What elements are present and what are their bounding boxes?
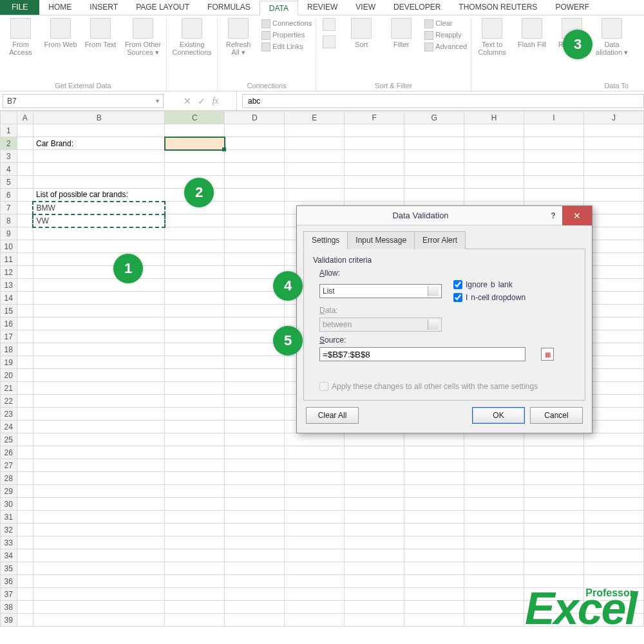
cell-J27[interactable] <box>583 459 643 472</box>
cell-A19[interactable] <box>17 356 33 369</box>
row-14[interactable]: 14 <box>1 292 17 305</box>
cell-A4[interactable] <box>17 163 33 176</box>
cell-F38[interactable] <box>345 601 404 614</box>
cell-H36[interactable] <box>464 575 524 588</box>
cell-F1[interactable] <box>345 124 404 137</box>
cell-A34[interactable] <box>17 549 33 562</box>
cell-B6[interactable]: List of possible car brands: <box>33 189 164 202</box>
cell-E26[interactable] <box>285 446 345 459</box>
name-box[interactable]: B7 <box>3 94 164 108</box>
cell-G25[interactable] <box>404 433 464 446</box>
col-J[interactable]: J <box>583 111 643 124</box>
btn-sort[interactable]: Sort <box>345 18 378 48</box>
cell-A33[interactable] <box>17 536 33 549</box>
cell-B24[interactable] <box>33 421 164 433</box>
btn-sort-az[interactable] <box>320 18 338 48</box>
cell-J33[interactable] <box>583 536 643 549</box>
cell-B26[interactable] <box>33 446 164 459</box>
btn-refresh-all[interactable]: Refresh All ▾ <box>222 18 255 56</box>
row-39[interactable]: 39 <box>1 614 17 627</box>
cell-D8[interactable] <box>225 214 285 227</box>
cell-E3[interactable] <box>285 150 345 163</box>
btn-clear-filter[interactable]: Clear <box>424 19 467 28</box>
cell-J16[interactable] <box>583 317 643 330</box>
cell-J6[interactable] <box>583 189 643 202</box>
tab-data[interactable]: DATA <box>260 1 298 15</box>
cell-A26[interactable] <box>17 446 33 459</box>
cell-C14[interactable] <box>165 292 225 305</box>
cell-F26[interactable] <box>345 446 404 459</box>
cell-C11[interactable] <box>165 253 225 266</box>
cell-G35[interactable] <box>404 562 464 575</box>
cell-F5[interactable] <box>345 176 404 189</box>
cell-C30[interactable] <box>165 498 225 511</box>
cell-I35[interactable] <box>524 562 584 575</box>
cell-J11[interactable] <box>583 253 643 266</box>
row-8[interactable]: 8 <box>1 214 17 227</box>
cell-J8[interactable] <box>583 214 643 227</box>
btn-reapply[interactable]: Reapply <box>424 31 467 40</box>
cell-A8[interactable] <box>17 214 33 227</box>
cell-B33[interactable] <box>33 536 164 549</box>
cell-D39[interactable] <box>225 614 285 627</box>
cell-D35[interactable] <box>225 562 285 575</box>
cell-C17[interactable] <box>165 330 225 343</box>
cell-D11[interactable] <box>225 253 285 266</box>
cell-D27[interactable] <box>225 459 285 472</box>
col-I[interactable]: I <box>524 111 584 124</box>
cell-B37[interactable] <box>33 588 164 601</box>
btn-properties[interactable]: Properties <box>261 31 312 40</box>
cell-E37[interactable] <box>285 588 345 601</box>
cell-E6[interactable] <box>285 189 345 202</box>
row-12[interactable]: 12 <box>1 266 17 279</box>
row-23[interactable]: 23 <box>1 408 17 421</box>
cell-D21[interactable] <box>225 382 285 395</box>
cell-A5[interactable] <box>17 176 33 189</box>
cell-C33[interactable] <box>165 536 225 549</box>
cell-A14[interactable] <box>17 292 33 305</box>
cell-D20[interactable] <box>225 369 285 382</box>
cell-J3[interactable] <box>583 150 643 163</box>
cell-A15[interactable] <box>17 305 33 317</box>
row-13[interactable]: 13 <box>1 279 17 292</box>
row-30[interactable]: 30 <box>1 498 17 511</box>
cell-A38[interactable] <box>17 601 33 614</box>
cell-B2[interactable]: Car Brand: <box>33 137 164 150</box>
cell-H1[interactable] <box>464 124 524 137</box>
ok-button[interactable]: OK <box>472 407 525 424</box>
cell-J24[interactable] <box>583 421 643 433</box>
row-9[interactable]: 9 <box>1 227 17 240</box>
cell-B9[interactable] <box>33 227 164 240</box>
cell-C13[interactable] <box>165 279 225 292</box>
cell-E36[interactable] <box>285 575 345 588</box>
row-3[interactable]: 3 <box>1 150 17 163</box>
cell-E30[interactable] <box>285 498 345 511</box>
cell-G37[interactable] <box>404 588 464 601</box>
cell-C31[interactable] <box>165 511 225 524</box>
cancel-formula-icon[interactable]: ✕ <box>184 96 191 106</box>
cell-I6[interactable] <box>524 189 584 202</box>
cell-B12[interactable] <box>33 266 164 279</box>
cell-G32[interactable] <box>404 524 464 536</box>
row-15[interactable]: 15 <box>1 305 17 317</box>
col-H[interactable]: H <box>464 111 524 124</box>
cell-G27[interactable] <box>404 459 464 472</box>
cell-A10[interactable] <box>17 240 33 253</box>
tab-powerf[interactable]: POWERF <box>546 0 598 15</box>
cell-J29[interactable] <box>583 485 643 498</box>
cell-C26[interactable] <box>165 446 225 459</box>
row-25[interactable]: 25 <box>1 433 17 446</box>
cell-H25[interactable] <box>464 433 524 446</box>
row-35[interactable]: 35 <box>1 562 17 575</box>
col-A[interactable]: A <box>17 111 33 124</box>
clear-all-button[interactable]: Clear All <box>306 407 359 424</box>
row-34[interactable]: 34 <box>1 549 17 562</box>
row-2[interactable]: 2 <box>1 137 17 150</box>
cell-A13[interactable] <box>17 279 33 292</box>
cell-B31[interactable] <box>33 511 164 524</box>
cell-A30[interactable] <box>17 498 33 511</box>
cell-H35[interactable] <box>464 562 524 575</box>
cell-F30[interactable] <box>345 498 404 511</box>
cell-C29[interactable] <box>165 485 225 498</box>
cell-J12[interactable] <box>583 266 643 279</box>
